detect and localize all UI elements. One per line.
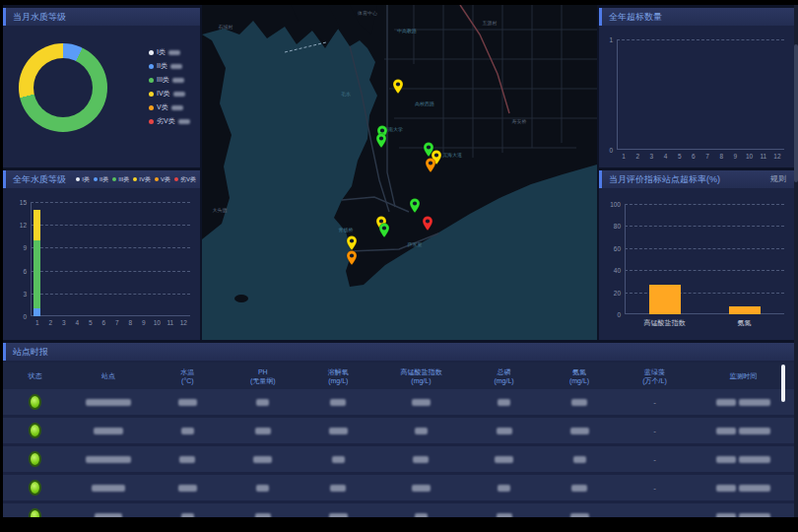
map-panel[interactable]: 石坡村体育中心中高教路五源村毛水海南大学高校西路滨海大道寿安桥青杨桥薛家里大头塘	[202, 5, 597, 340]
legend-label: IV类	[157, 89, 170, 99]
year-legend-item[interactable]: IV类	[133, 175, 151, 184]
table-cell	[300, 456, 375, 463]
legend-dot-icon	[155, 177, 159, 181]
legend-label: II类	[100, 175, 108, 184]
redacted-value	[412, 399, 431, 406]
redacted-station-name	[94, 428, 123, 434]
table-row[interactable]: -	[3, 418, 794, 443]
y-axis-tick: 0	[23, 313, 31, 320]
map-marker-pin[interactable]	[409, 198, 421, 214]
table-scrollbar-thumb[interactable]	[781, 365, 785, 402]
map-place-label: 滨海大道	[442, 152, 462, 158]
year-legend-item[interactable]: I类	[76, 175, 90, 184]
rules-link[interactable]: 规则	[770, 170, 786, 188]
table-cell	[3, 394, 67, 410]
x-axis-tick: 9	[734, 153, 738, 160]
legend-label: V类	[157, 102, 168, 112]
x-axis-tick: 12	[773, 153, 780, 160]
map-place-label: 大头塘	[213, 207, 228, 213]
page-scrollbar-thumb[interactable]	[794, 44, 798, 182]
month-exceed-rate-chart: 020406080100高锰酸盐指数氨氮	[625, 204, 784, 314]
donut-legend-item[interactable]: I类	[149, 45, 190, 59]
redacted-value	[498, 399, 510, 406]
x-axis-tick: 2	[48, 319, 52, 326]
map-marker-pin[interactable]	[346, 235, 358, 251]
table-cell	[300, 485, 375, 492]
donut-legend-item[interactable]: II类	[149, 59, 190, 73]
redacted-legend-value	[170, 64, 182, 69]
redacted-value	[571, 485, 587, 492]
year-legend-item[interactable]: 劣V类	[174, 175, 196, 184]
table-cell	[693, 456, 794, 463]
year-legend-item[interactable]: V类	[155, 175, 170, 184]
redacted-time	[739, 428, 770, 434]
map-marker-pin[interactable]	[392, 79, 404, 95]
redacted-legend-value	[168, 50, 180, 55]
redacted-value	[256, 485, 269, 492]
table-row[interactable]: -	[3, 503, 794, 517]
donut-legend-item[interactable]: V类	[149, 100, 190, 114]
redacted-value	[178, 485, 197, 492]
month-exceed-rate-title-text: 当月评价指标站点超标率(%)	[609, 174, 720, 184]
table-header-cell: 氨氮(mg/L)	[542, 367, 617, 385]
monitor-time	[716, 485, 770, 492]
map-place-label: 五源村	[483, 20, 498, 26]
x-axis-tick: 10	[746, 153, 753, 160]
donut-legend-item[interactable]: 劣V类	[149, 114, 190, 128]
redacted-legend-value	[178, 119, 190, 124]
column-label: 溶解氧	[328, 367, 349, 376]
map-marker-pin[interactable]	[346, 250, 358, 266]
table-header-cell: 监测时间	[693, 371, 794, 380]
map-marker-pin[interactable]	[378, 223, 390, 238]
page-scrollbar-track[interactable]	[794, 5, 798, 517]
table-cell	[542, 399, 617, 406]
table-cell	[542, 513, 617, 518]
map-place-label: 毛水	[341, 91, 351, 97]
year-legend-item[interactable]: II类	[94, 175, 108, 184]
map-marker-pin[interactable]	[425, 158, 436, 173]
y-axis-tick: 6	[23, 267, 31, 274]
year-grade-legend: I类II类III类IV类V类劣V类	[76, 170, 196, 188]
table-cell	[226, 485, 300, 492]
x-axis-tick: 8	[719, 153, 723, 160]
legend-label: V类	[161, 175, 170, 184]
table-cell	[542, 428, 617, 434]
legend-dot-icon	[174, 177, 178, 181]
panel-year-exceed-title: 全年超标数量	[599, 8, 794, 26]
legend-label: I类	[157, 47, 166, 57]
table-row[interactable]: -	[3, 475, 794, 500]
map-marker-pin[interactable]	[422, 216, 433, 232]
table-cell	[376, 485, 467, 492]
donut-legend-item[interactable]: IV类	[149, 87, 190, 100]
table-cell: -	[617, 455, 692, 464]
column-unit: (mg/L)	[494, 376, 513, 385]
redacted-value	[415, 513, 428, 518]
table-cell	[693, 428, 794, 434]
redacted-value	[330, 485, 346, 492]
status-ok-icon	[29, 480, 41, 496]
algae-value: -	[653, 427, 656, 435]
x-axis-tick: 11	[166, 319, 173, 326]
stations-table-header: 状态站点水温(°C)PH(无量纲)溶解氧(mg/L)高锰酸盐指数(mg/L)总磷…	[3, 363, 794, 389]
map-marker-pin[interactable]	[375, 133, 387, 149]
redacted-value	[495, 456, 513, 463]
year-legend-item[interactable]: III类	[112, 175, 129, 184]
column-unit: (mg/L)	[328, 376, 348, 385]
table-cell: -	[617, 398, 692, 407]
table-row[interactable]: -	[3, 389, 794, 415]
redacted-legend-value	[172, 78, 184, 83]
legend-dot-icon	[149, 64, 154, 69]
redacted-value	[329, 513, 348, 518]
algae-value: -	[653, 484, 656, 493]
stacked-bar-segment	[33, 308, 40, 316]
table-cell	[542, 485, 617, 492]
table-row[interactable]: -	[3, 446, 794, 472]
table-cell	[67, 428, 150, 434]
monitor-time	[716, 399, 770, 406]
monitor-time	[716, 513, 770, 518]
table-cell	[300, 513, 375, 518]
rate-bar	[649, 285, 681, 314]
gridline	[625, 270, 784, 271]
donut-legend-item[interactable]: III类	[149, 73, 190, 87]
algae-value: -	[653, 455, 656, 464]
